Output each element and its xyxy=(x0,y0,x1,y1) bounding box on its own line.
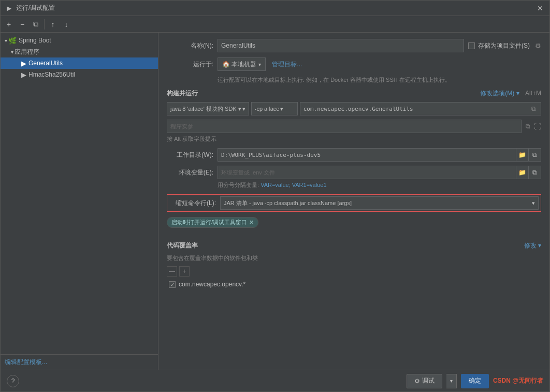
sdk-arrow: ▾ xyxy=(242,106,245,112)
workdir-field[interactable]: D:\WORK_PLUS\aiface-plus-dev5 xyxy=(218,148,516,162)
sdk-row: java 8 'aiface' 模块的 SDK ▾ ▾ -cp aiface ▾… xyxy=(167,102,541,115)
run-on-label: 运行于: xyxy=(167,60,213,69)
dialog-icon: ▶ xyxy=(5,4,13,12)
workdir-row: 工作目录(W): D:\WORK_PLUS\aiface-plus-dev5 📁… xyxy=(167,148,541,162)
workdir-copy-btn[interactable]: ⧉ xyxy=(529,148,541,162)
toolbar: + − ⧉ ↑ ↓ xyxy=(1,16,549,33)
shorten-row: 缩短命令行(L): JAR 清单 - java -cp classpath.ja… xyxy=(167,194,541,212)
build-run-title: 构建并运行 xyxy=(167,89,198,98)
run-on-value: 🏠 本地机器 xyxy=(222,60,256,69)
coverage-toolbar: — + xyxy=(167,266,541,277)
shorten-value: JAR 清单 - java -cp classpath.jar classNam… xyxy=(224,199,352,207)
coverage-item-1: ✓ com.newcapec.opencv.* xyxy=(167,280,541,289)
save-to-project-label: 存储为项目文件(S) xyxy=(478,41,530,50)
close-button[interactable]: ✕ xyxy=(535,3,545,13)
env-placeholder: 环境变量或 .env 文件 xyxy=(221,169,275,177)
hmac-icon: ▶ xyxy=(21,71,26,79)
main-content: ▾ 🌿 Spring Boot ▾ 应用程序 ▶ GeneralUtils ▶ xyxy=(1,33,549,370)
toolbar-separator xyxy=(44,19,45,30)
title-bar: ▶ 运行/调试配置 ✕ xyxy=(1,1,549,16)
dialog-title: 运行/调试配置 xyxy=(16,4,535,12)
env-copy-btn[interactable]: ⧉ xyxy=(529,166,541,179)
shorten-dropdown[interactable]: JAR 清单 - java -cp classpath.jar classNam… xyxy=(220,196,539,210)
coverage-plus-btn[interactable]: + xyxy=(179,266,190,277)
mainclass-field: com.newcapec.opencv.GeneralUtils ⧉ xyxy=(300,102,541,115)
name-input[interactable] xyxy=(218,39,464,52)
tree-springboot[interactable]: ▾ 🌿 Spring Boot xyxy=(1,35,158,46)
launch-tag-row: 启动时打开运行/调试工具窗口 ✕ xyxy=(167,217,541,234)
watermark: CSDN @无间行者 xyxy=(493,376,543,385)
tree-general-utils[interactable]: ▶ GeneralUtils xyxy=(1,57,158,69)
launch-tag-close-btn[interactable]: ✕ xyxy=(249,219,254,226)
cp-value: -cp aiface xyxy=(255,106,280,112)
sdk-value: java 8 'aiface' 模块的 SDK ▾ xyxy=(170,105,241,113)
workdir-value: D:\WORK_PLUS\aiface-plus-dev5 xyxy=(221,152,321,158)
debug-label: 调试 xyxy=(422,376,435,385)
coverage-title: 代码覆盖率 xyxy=(167,241,198,250)
save-gear-icon[interactable]: ⚙ xyxy=(535,42,541,50)
env-sep-text: 用分号分隔变量: VAR=value; VAR1=value1 xyxy=(218,181,541,189)
copy-args-icon[interactable]: ⧉ xyxy=(524,122,532,130)
shorten-label: 缩短命令行(L): xyxy=(169,199,216,208)
move-up-button[interactable]: ↑ xyxy=(47,18,59,31)
bottom-bar: ? ⚙ 调试 ▾ 确定 CSDN @无间行者 xyxy=(1,370,549,391)
springboot-icon: 🌿 xyxy=(8,37,17,45)
program-args-field[interactable]: 程序实参 xyxy=(167,120,522,133)
cp-arrow: ▾ xyxy=(280,106,283,112)
help-button[interactable]: ? xyxy=(7,375,19,387)
add-config-button[interactable]: + xyxy=(3,18,15,31)
env-field[interactable]: 环境变量或 .env 文件 xyxy=(218,166,516,179)
window-controls: ✕ xyxy=(535,3,545,13)
right-panel: 名称(N): 存储为项目文件(S) ⚙ 运行于: 🏠 本地机器 ▾ 管理目标..… xyxy=(158,33,549,370)
expand-args-icon[interactable]: ⛶ xyxy=(534,122,541,130)
run-on-arrow: ▾ xyxy=(258,62,261,67)
save-checkbox-group: 存储为项目文件(S) ⚙ xyxy=(468,41,541,50)
env-sep-link[interactable]: VAR=value; VAR1=value1 xyxy=(260,182,326,188)
cp-dropdown[interactable]: -cp aiface ▾ xyxy=(251,102,298,115)
app-group-arrow: ▾ xyxy=(11,49,13,55)
general-utils-icon: ▶ xyxy=(21,60,26,67)
ok-button[interactable]: 确定 xyxy=(461,374,489,388)
launch-tag: 启动时打开运行/调试工具窗口 ✕ xyxy=(167,217,258,228)
tree-hmac[interactable]: ▶ HmacSha256Util xyxy=(1,69,158,80)
sdk-dropdown[interactable]: java 8 'aiface' 模块的 SDK ▾ ▾ xyxy=(167,102,249,115)
left-panel: ▾ 🌿 Spring Boot ▾ 应用程序 ▶ GeneralUtils ▶ xyxy=(1,33,158,370)
modify-options-link[interactable]: 修改选项(M) ▾ Alt+M xyxy=(480,89,541,98)
copy-config-button[interactable]: ⧉ xyxy=(30,18,42,31)
app-group-label: 应用程序 xyxy=(15,48,39,56)
debug-button[interactable]: ⚙ 调试 xyxy=(407,374,442,388)
springboot-label: Spring Boot xyxy=(19,37,51,44)
coverage-item-checkbox[interactable]: ✓ xyxy=(169,281,176,288)
tree-app-group[interactable]: ▾ 应用程序 xyxy=(1,46,158,57)
debug-arrow-button[interactable]: ▾ xyxy=(446,374,457,388)
general-utils-label: GeneralUtils xyxy=(28,60,63,67)
hint-text: 按 Alt 获取字段提示 xyxy=(167,135,541,143)
edit-template-link[interactable]: 编辑配置模板... xyxy=(5,358,47,366)
name-label: 名称(N): xyxy=(167,41,213,50)
coverage-subtext: 要包含在覆盖率数据中的软件包和类 xyxy=(167,254,541,262)
hmac-label: HmacSha256Util xyxy=(28,71,75,78)
manage-target-link[interactable]: 管理目标... xyxy=(272,60,302,69)
config-tree: ▾ 🌿 Spring Boot ▾ 应用程序 ▶ GeneralUtils ▶ xyxy=(1,33,158,354)
save-to-project-checkbox[interactable] xyxy=(468,42,475,49)
run-info-text: 运行配置可以在本地或目标上执行: 例如，在 Docker 容器中或使用 SSH … xyxy=(218,76,541,84)
run-on-dropdown[interactable]: 🏠 本地机器 ▾ xyxy=(218,57,266,71)
coverage-section: 代码覆盖率 修改 ▾ 要包含在覆盖率数据中的软件包和类 — + ✓ com.ne… xyxy=(167,241,541,289)
program-args-row: 程序实参 ⧉ ⛶ xyxy=(167,120,541,133)
env-browse-btn[interactable]: 📁 xyxy=(516,166,529,179)
coverage-modify-link[interactable]: 修改 ▾ xyxy=(524,241,541,250)
springboot-arrow: ▾ xyxy=(5,38,7,43)
env-label: 环境变量(E): xyxy=(167,168,213,177)
build-run-header: 构建并运行 修改选项(M) ▾ Alt+M xyxy=(167,89,541,98)
move-down-button[interactable]: ↓ xyxy=(60,18,73,31)
coverage-minus-btn[interactable]: — xyxy=(167,266,177,277)
shorten-arrow: ▾ xyxy=(532,200,535,207)
program-args-placeholder: 程序实参 xyxy=(170,123,193,130)
copy-mainclass-icon[interactable]: ⧉ xyxy=(529,105,538,113)
run-on-row: 运行于: 🏠 本地机器 ▾ 管理目标... xyxy=(167,57,541,71)
workdir-label: 工作目录(W): xyxy=(167,151,213,159)
modify-options-shortcut: Alt+M xyxy=(525,90,541,97)
launch-tag-label: 启动时打开运行/调试工具窗口 xyxy=(171,219,247,226)
remove-config-button[interactable]: − xyxy=(16,18,28,31)
workdir-browse-btn[interactable]: 📁 xyxy=(516,148,529,162)
